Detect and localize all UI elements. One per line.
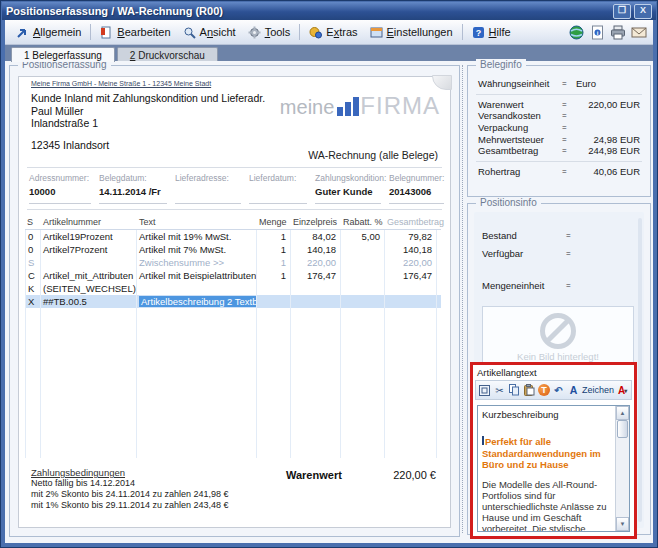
- document-preview[interactable]: Meine Firma GmbH - Meine Straße 1 - 1234…: [18, 76, 451, 528]
- total-value: 220,00 €: [393, 469, 436, 481]
- info-row-mengeneinheit: Mengeneinheit=: [474, 276, 644, 294]
- positions-table: 0Artikel19ProzentArtikel mit 19% MwSt.18…: [25, 230, 441, 308]
- help-icon: ?: [472, 26, 485, 39]
- article-heading-text: Perfekt für alle Standardanwendungen im …: [482, 436, 613, 471]
- artikellangtext-editor[interactable]: Kurzbeschreibung Perfekt für alle Standa…: [477, 405, 630, 532]
- tab-druckvorschau[interactable]: 2 Druckvorschau: [117, 47, 218, 62]
- company-logo: meine FIRMA: [280, 95, 440, 117]
- menu-extras[interactable]: Extras: [303, 24, 363, 41]
- settings-icon: [370, 26, 383, 39]
- info-row-rohertrag: Rohertrag=40,06 EUR: [468, 166, 650, 178]
- info-row-waehrungseinheit: Währungseinheit=Euro: [468, 78, 650, 90]
- table-row-subtotal[interactable]: SZwischensumme >>1220,00220,00: [25, 256, 441, 269]
- menu-bar: Allgemein Bearbeiten Ansicht Tools Extra…: [5, 20, 653, 45]
- report-icon[interactable]: i: [588, 24, 606, 41]
- scroll-thumb[interactable]: [617, 420, 628, 438]
- svg-text:?: ?: [475, 28, 481, 38]
- app-window: Positionserfassung / WA-Rechnung (R00) ❐…: [0, 0, 658, 548]
- info-row-gesamtbetrag: Gesamtbetrag=244,98 EUR: [468, 145, 650, 157]
- scroll-up-button[interactable]: ▲: [616, 406, 629, 420]
- field-belegnummer[interactable]: Belegnummer: 20143006: [389, 173, 444, 204]
- cut-icon[interactable]: ✂: [493, 383, 506, 397]
- info-row-versandkosten: Versandkosten=: [468, 110, 650, 122]
- menu-einstellungen[interactable]: Einstellungen: [364, 24, 459, 41]
- positions-table-header: S Artikelnummer Text Menge Einzelpreis R…: [25, 215, 441, 230]
- article-image-placeholder: Kein Bild hinterlegt!: [482, 306, 634, 370]
- divider: [476, 161, 642, 162]
- menu-allgemein[interactable]: Allgemein: [10, 24, 87, 41]
- info-row-verfuegbar: Verfügbar=: [474, 244, 644, 262]
- mail-icon[interactable]: [630, 24, 648, 41]
- info-row-verpackung: Verpackung=: [468, 122, 650, 134]
- field-lieferadresse[interactable]: Lieferadresse:: [175, 173, 241, 204]
- table-row[interactable]: CArtikel_mit_AttributenArtikel mit Beisp…: [25, 269, 441, 282]
- field-belegdatum[interactable]: Belegdatum: 14.11.2014 /Fr: [99, 173, 167, 204]
- logo-bars-icon: [337, 97, 359, 116]
- restore-button[interactable]: ❐: [613, 4, 631, 19]
- cursor-icon[interactable]: I: [631, 384, 632, 397]
- tab-strip: 1 Belegerfassung 2 Druckvorschau: [5, 45, 653, 62]
- kurzbeschreibung-text: Kurzbeschreibung: [482, 409, 613, 420]
- page-curl-icon: [432, 75, 452, 90]
- menu-separator: [90, 24, 91, 40]
- document-title: WA-Rechnung (alle Belege): [308, 149, 438, 161]
- document-total: Warenwert 220,00 €: [286, 469, 436, 481]
- divider: [27, 167, 442, 168]
- table-row-pagebreak[interactable]: K(SEITEN_WECHSEL): [25, 282, 441, 295]
- chevron-down-icon[interactable]: ▾: [624, 387, 627, 394]
- paste-icon[interactable]: [523, 383, 536, 397]
- divider: [27, 209, 442, 210]
- menu-tools[interactable]: Tools: [242, 24, 297, 41]
- selected-text-cell[interactable]: Artikelbeschreibung 2 Textbaustein: [139, 296, 257, 307]
- artikellangtext-annotation-box: Artikellangtext ✂ T ↶ A Zeichen: [470, 362, 637, 539]
- customer-city: 12345 Inlandsort: [31, 139, 109, 151]
- close-button[interactable]: X: [634, 4, 652, 19]
- table-row[interactable]: 0Artikel7ProzentArtikel mit 7% MwSt.1140…: [25, 243, 441, 256]
- menu-ansicht[interactable]: Ansicht: [177, 24, 242, 41]
- scroll-down-button[interactable]: ▼: [616, 517, 629, 531]
- menu-separator: [299, 24, 300, 40]
- positionsinfo-group-label: Positionsinfo: [476, 197, 541, 208]
- globe-icon[interactable]: [567, 24, 585, 41]
- window-title: Positionserfassung / WA-Rechnung (R00): [6, 5, 610, 17]
- view-icon: [183, 26, 196, 39]
- divider: [476, 94, 642, 95]
- undo-icon[interactable]: ↶: [552, 383, 565, 397]
- artikellangtext-toolbar: ✂ T ↶ A Zeichen A▾ I: [475, 380, 632, 400]
- no-image-text: Kein Bild hinterlegt!: [483, 351, 633, 362]
- menu-bearbeiten[interactable]: Bearbeiten: [94, 24, 176, 41]
- field-adressnummer[interactable]: Adressnummer: 10000: [29, 173, 91, 204]
- zeichen-button[interactable]: Zeichen: [582, 385, 614, 395]
- expand-icon[interactable]: [478, 383, 491, 397]
- no-image-icon: [540, 313, 576, 349]
- beleginfo-group: Beleginfo Währungseinheit=Euro Warenwert…: [467, 65, 651, 197]
- beleginfo-group-label: Beleginfo: [476, 59, 526, 70]
- payment-terms: Zahlungsbedingungen Netto fällig bis 14.…: [31, 467, 228, 511]
- edit-icon: [100, 26, 113, 39]
- editor-scrollbar[interactable]: ▲ ▼: [615, 406, 629, 531]
- title-bar[interactable]: Positionserfassung / WA-Rechnung (R00) ❐…: [2, 2, 656, 20]
- font-icon[interactable]: A: [567, 383, 580, 397]
- text-caret: [482, 436, 484, 445]
- tab-belegerfassung-label: 1 Belegerfassung: [24, 50, 102, 61]
- customer-address: Kunde Inland mit Zahlungskondition und L…: [31, 92, 265, 130]
- table-row-selected[interactable]: X##TB.00.5Artikelbeschreibung 2 Textbaus…: [25, 295, 441, 308]
- field-zahlungskondition[interactable]: Zahlungskondition: Guter Kunde: [315, 173, 381, 204]
- tab-belegerfassung[interactable]: 1 Belegerfassung: [11, 47, 115, 62]
- menu-hilfe[interactable]: ? Hilfe: [466, 24, 517, 41]
- info-row-warenwert: Warenwert=220,00 EUR: [468, 99, 650, 111]
- scrollbar[interactable]: [638, 218, 642, 522]
- table-row[interactable]: 0Artikel19ProzentArtikel mit 19% MwSt.18…: [25, 230, 441, 243]
- menu-separator: [462, 24, 463, 40]
- panel-splitter[interactable]: [462, 65, 463, 533]
- main-content: Positionserfassung Meine Firma GmbH - Me…: [5, 61, 653, 543]
- sender-line: Meine Firma GmbH - Meine Straße 1 - 1234…: [31, 80, 211, 87]
- table-empty-area: [25, 308, 441, 458]
- extras-icon: [309, 26, 322, 39]
- print-icon[interactable]: [609, 24, 627, 41]
- copy-icon[interactable]: [508, 383, 521, 397]
- field-lieferdatum[interactable]: Lieferdatum:: [249, 173, 307, 204]
- fontcolor-icon[interactable]: A▾: [616, 383, 629, 397]
- textblock-icon[interactable]: T: [538, 384, 550, 396]
- arrow-icon: [16, 26, 29, 39]
